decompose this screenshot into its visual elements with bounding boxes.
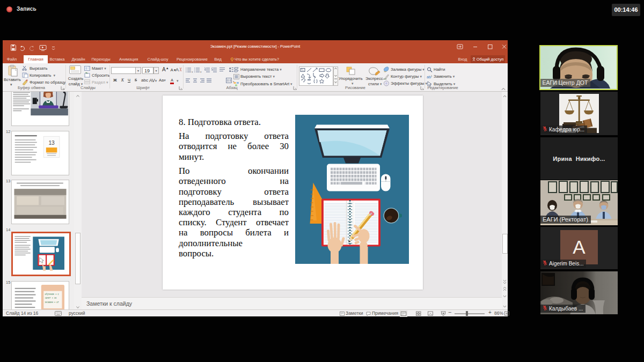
svg-text:ab: ab <box>427 75 431 79</box>
svg-text:экзамен + от: экзамен + от <box>45 300 59 304</box>
svg-text:обучение + с: обучение + с <box>45 293 59 296</box>
svg-text:зачет + эк: зачет + эк <box>45 297 56 300</box>
svg-text:A: A <box>175 67 179 72</box>
svg-text:▾: ▾ <box>192 70 193 73</box>
svg-text:▾: ▾ <box>200 70 202 73</box>
svg-text:13: 13 <box>48 140 55 146</box>
